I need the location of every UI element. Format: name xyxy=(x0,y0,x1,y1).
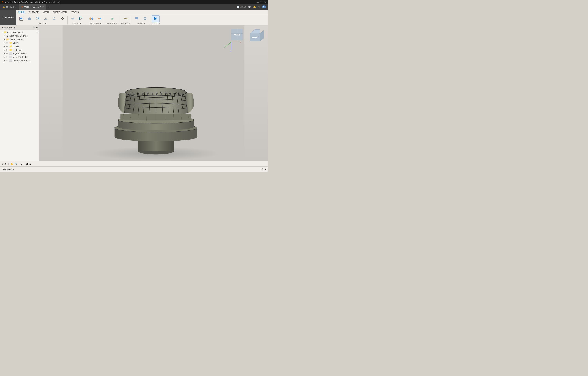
tree-item-outer-plate[interactable]: ▶ 👁 ⬜ Outer Plate Tools:1 xyxy=(0,59,39,62)
measure-button[interactable] xyxy=(122,16,129,22)
tab-sheetmetal[interactable]: SHEET METAL xyxy=(52,10,68,14)
tree-eye-bodies[interactable]: 👁 xyxy=(6,45,9,48)
tab-surface[interactable]: SURFACE xyxy=(28,10,39,14)
tree-eye-rib[interactable]: 👁 xyxy=(6,56,9,58)
tree-toggle-doc[interactable]: ▶ xyxy=(3,35,5,37)
tree-item-named-views[interactable]: ▶ 📁 Named Views xyxy=(0,38,39,41)
design-mode-button[interactable]: DESIGN ▾ xyxy=(0,10,16,25)
comments-settings[interactable]: ⚙ xyxy=(261,168,263,171)
tree-toggle-origin[interactable]: ▶ xyxy=(3,42,5,44)
tree-toggle-bodies[interactable]: ▶ xyxy=(3,45,5,47)
browser-collapse[interactable]: ◀ xyxy=(1,26,3,29)
browser-header: ◀ BROWSER ⚙ ▶ xyxy=(0,25,39,30)
extrude-button[interactable] xyxy=(25,16,33,22)
svg-text:Z: Z xyxy=(230,51,231,52)
tree-icon-rib: ⬜ xyxy=(9,56,12,58)
view-zoom-button[interactable]: 🔍 xyxy=(14,163,17,165)
revolve-button[interactable] xyxy=(34,16,42,22)
user-avatar[interactable]: JN xyxy=(262,5,266,8)
tree-toggle-plate[interactable]: ▶ xyxy=(3,60,5,62)
tree-eye-sketches[interactable]: 👁 xyxy=(6,49,9,51)
display-settings-button[interactable]: 🖥 xyxy=(20,163,23,165)
select-group: SELECT ▾ xyxy=(151,15,160,25)
tab-vtol[interactable]: ⚙ VTOL Engine v2* ✕ xyxy=(19,4,46,10)
tab-solid[interactable]: SOLID xyxy=(17,10,25,14)
snap-button[interactable]: ▣ xyxy=(29,163,31,165)
tree-item-doc-settings[interactable]: ▶ ⚙ Document Settings xyxy=(0,34,39,38)
svg-text:FRONT: FRONT xyxy=(252,36,258,39)
tab-untitled-label: Untitled xyxy=(6,6,13,8)
tree-eye-plate[interactable]: 👁 xyxy=(6,60,9,62)
tree-toggle-root[interactable]: ▾ xyxy=(1,31,3,33)
browser-resize[interactable]: ▶ xyxy=(36,26,37,29)
tab-bar: 🔒 Untitled ✕ ⚙ VTOL Engine v2* ✕ + 📄 5 o… xyxy=(0,4,268,10)
tab-mesh[interactable]: MESH xyxy=(42,10,50,14)
viewport[interactable]: FRONT X Z Y FRONT xyxy=(39,25,268,161)
svg-rect-13 xyxy=(71,18,74,19)
tab-vtol-close[interactable]: ✕ xyxy=(42,6,44,8)
tree-toggle-rib[interactable]: ▶ xyxy=(3,56,5,58)
insert-label: INSERT ▾ xyxy=(137,22,145,24)
tree-item-engine-body[interactable]: ▶ 👁 ⬜ Engine Body:1 xyxy=(0,52,39,55)
tree-eye-origin[interactable]: 👁 xyxy=(6,42,9,44)
new-component-button[interactable] xyxy=(17,16,25,22)
tree-item-inner-rib[interactable]: ▶ 👁 ⬜ Inner Rib Tools:1 xyxy=(0,55,39,59)
svg-marker-26 xyxy=(136,19,138,20)
browser-settings[interactable]: ⚙ xyxy=(33,26,35,29)
move-button[interactable]: ✛ xyxy=(58,16,66,22)
new-tab-button[interactable]: + xyxy=(46,4,52,10)
restore-button[interactable]: ❐ xyxy=(260,1,262,4)
help-button[interactable]: ? xyxy=(258,6,259,8)
offset-plane-button[interactable] xyxy=(108,16,116,22)
tree-gear-root[interactable]: ⚙ xyxy=(36,31,38,33)
view-pan-button[interactable]: ✋ xyxy=(11,163,13,165)
tree-label-origin: Origin xyxy=(12,42,38,44)
select-buttons xyxy=(152,15,160,22)
viewcube[interactable]: FRONT xyxy=(249,28,265,44)
tree-eye-engine[interactable]: 👁 xyxy=(6,52,9,55)
modify-group: MODIFY ▾ xyxy=(69,16,86,24)
browser-title: BROWSER xyxy=(4,26,15,29)
svg-point-5 xyxy=(36,17,39,20)
view-home-button[interactable]: ⌂ xyxy=(1,163,3,165)
notifications-bell[interactable]: 🔔 xyxy=(253,6,256,8)
tree-item-bodies[interactable]: ▶ 👁 📁 Bodies xyxy=(0,45,39,48)
as-built-joint-button[interactable] xyxy=(96,16,104,22)
comments-collapse[interactable]: ▶ xyxy=(265,168,266,171)
tree-icon-plate: ⬜ xyxy=(9,59,12,62)
press-pull-button[interactable] xyxy=(69,16,77,22)
tree-item-sketches[interactable]: ▶ 👁 📁 Sketches xyxy=(0,48,39,52)
tab-untitled-close[interactable]: ✕ xyxy=(15,6,16,8)
view-look-at-button[interactable]: ⊙ xyxy=(4,163,6,165)
joint-icon xyxy=(89,16,94,21)
assemble-buttons xyxy=(87,16,104,22)
titlebar-left: F Autodesk Fusion 360 (Personal - Not fo… xyxy=(1,0,60,4)
tab-tools[interactable]: TOOLS xyxy=(71,10,80,14)
tree-toggle-sketches[interactable]: ▶ xyxy=(3,49,5,51)
tree-item-vtol-root[interactable]: ▾ 📁 VTOL Engine v2 ⚙ xyxy=(0,31,39,34)
sweep-button[interactable] xyxy=(42,16,50,22)
select-label: SELECT ▾ xyxy=(151,23,160,25)
fillet-button[interactable] xyxy=(77,16,85,22)
tree-toggle-views[interactable]: ▶ xyxy=(3,38,5,40)
insert-button[interactable] xyxy=(133,16,141,22)
create-buttons: ✛ xyxy=(17,16,66,22)
tree-toggle-engine[interactable]: ▶ xyxy=(3,52,5,54)
extrude-icon xyxy=(27,16,32,21)
clock-icon[interactable]: 🕐 xyxy=(248,6,251,8)
select-button[interactable] xyxy=(152,15,160,22)
grid-button[interactable]: ⊞ xyxy=(26,163,28,165)
close-button[interactable]: ✕ xyxy=(264,1,266,4)
tree-label-views: Named Views xyxy=(10,38,38,41)
tab-untitled[interactable]: 🔒 Untitled ✕ xyxy=(0,4,19,10)
minimize-button[interactable]: ─ xyxy=(257,1,258,4)
construct-label: CONSTRUCT ▾ xyxy=(106,22,118,24)
insert-button2[interactable] xyxy=(141,16,149,22)
loft-button[interactable] xyxy=(50,16,58,22)
app-logo: F xyxy=(1,0,3,4)
main-toolbar: DESIGN ▾ SOLID SURFACE MESH SHEET METAL … xyxy=(0,10,268,25)
tree-item-origin[interactable]: ▶ 👁 📁 Origin xyxy=(0,41,39,45)
joint-button[interactable] xyxy=(87,16,95,22)
view-orbit-button[interactable]: ⊕ xyxy=(7,163,9,165)
tree-label-engine: Engine Body:1 xyxy=(12,52,38,55)
